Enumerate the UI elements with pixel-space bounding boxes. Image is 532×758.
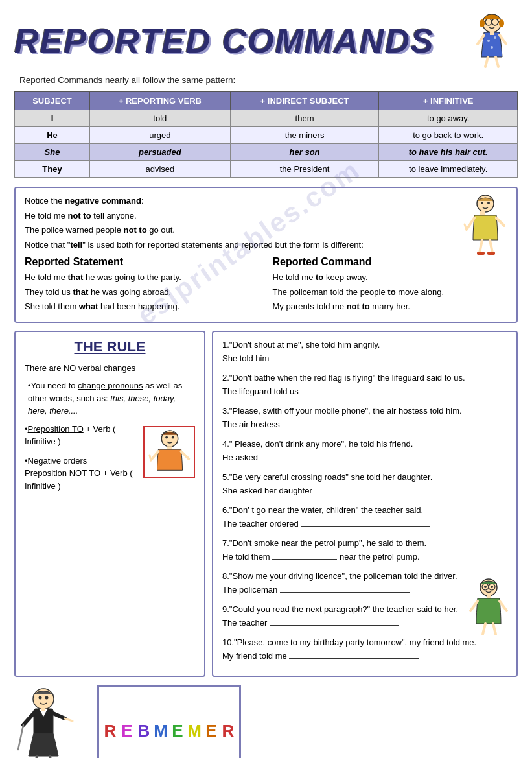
exercise-quote: 5."Be very careful crossing roads" she t…: [222, 471, 507, 484]
svg-rect-25: [477, 252, 485, 255]
exercise-starter: The policeman: [222, 584, 507, 597]
svg-point-35: [484, 586, 487, 588]
svg-rect-40: [487, 595, 491, 598]
exercises-panel: 1."Don't shout at me", she told him angr…: [212, 331, 518, 677]
svg-line-44: [493, 624, 496, 634]
svg-line-22: [496, 218, 504, 226]
exercise-blank[interactable]: [260, 451, 390, 460]
svg-line-52: [53, 713, 65, 718]
intro-text: Reported Commands nearly all follow the …: [19, 75, 518, 85]
exercise-blank[interactable]: [301, 517, 430, 527]
svg-line-51: [18, 725, 23, 750]
table-cell: told: [89, 110, 230, 127]
svg-line-33: [181, 451, 189, 459]
svg-rect-30: [167, 446, 172, 449]
exercise-item: 5."Be very careful crossing roads" she t…: [222, 471, 507, 497]
exercise-starter: He told them near the petrol pump.: [222, 551, 507, 563]
exercises-list: 1."Don't shout at me", she told him angr…: [222, 338, 507, 663]
svg-line-32: [150, 455, 151, 460]
exercise-starter: The teacher: [222, 617, 507, 630]
table-cell: I: [15, 110, 90, 127]
svg-line-31: [151, 451, 159, 460]
rule-title: THE RULE: [25, 338, 195, 355]
rule-bullet3: •Negative ordersPreposition NOT TO + Ver…: [25, 455, 138, 493]
two-col-notice: Reported Statement He told me that he wa…: [25, 256, 507, 315]
exercise-item: 3."Please, swith off your mobile phone",…: [222, 405, 507, 431]
exercise-blank[interactable]: [301, 385, 430, 394]
exercise-starter: She told him: [222, 352, 507, 365]
exercise-starter: He asked: [222, 451, 507, 464]
rc-line-2: The policeman told the people to move al…: [273, 286, 508, 299]
exercise-blank[interactable]: [280, 584, 410, 593]
svg-point-46: [39, 696, 42, 699]
notice-line-2: The police warned people not to go out.: [25, 224, 507, 237]
svg-point-9: [487, 40, 490, 42]
no-verbal-changes: NO verbal changes: [64, 363, 135, 373]
table-cell: persuaded: [89, 144, 230, 161]
svg-line-43: [483, 624, 485, 634]
exercise-blank[interactable]: [314, 484, 444, 493]
character-girl-blue-icon: [466, 12, 518, 70]
exercise-quote: 1."Don't shout at me", she told him angr…: [222, 338, 507, 351]
remember-section: R E M E M B E R: [14, 685, 205, 759]
table-cell: to go away.: [379, 110, 518, 127]
rc-line-3: My parents told me not to marry her.: [273, 300, 508, 313]
notice-side-character: [461, 195, 510, 272]
table-cell: to have his hair cut.: [379, 144, 518, 161]
rc-line-1: He told me to keep away.: [273, 271, 508, 284]
character-child-waving-icon: [461, 195, 510, 272]
rule-bullet2: •Preposition TO + Verb ( Infinitive ): [25, 423, 138, 448]
svg-point-28: [165, 436, 168, 438]
pattern-table: SUBJECT + REPORTING VERB + INDIRECT SUBJ…: [14, 91, 518, 178]
exercise-blank[interactable]: [283, 418, 412, 427]
svg-point-29: [172, 436, 174, 438]
exercise-item: 6."Don' t go near the water, children" t…: [222, 504, 507, 530]
notice-intro: Notice the negative command:: [25, 195, 507, 207]
exercise-blank[interactable]: [289, 650, 419, 659]
exercise-quote: 10."Please, come to my birthday party to…: [222, 636, 507, 649]
notice-line-1: He told me not to tell anyone.: [25, 209, 507, 222]
svg-line-14: [485, 57, 488, 67]
negative-command-label: negative command: [65, 196, 141, 206]
svg-rect-19: [480, 211, 485, 215]
bottom-section: THE RULE There are NO verbal changes •Yo…: [14, 331, 518, 677]
svg-rect-49: [41, 707, 45, 711]
svg-point-47: [45, 696, 49, 699]
exercise-item: 4." Please, don't drink any more", he to…: [222, 438, 507, 464]
teacher-character: [14, 685, 92, 759]
svg-line-23: [480, 240, 482, 253]
table-cell: the miners: [230, 127, 379, 144]
exercise-blank[interactable]: [270, 617, 399, 626]
table-cell: They: [15, 161, 90, 178]
svg-point-18: [487, 202, 490, 204]
exercise-side-character: [466, 578, 511, 637]
reported-statement-title: Reported Statement: [25, 256, 260, 268]
svg-line-24: [490, 240, 492, 253]
teacher-icon: [14, 685, 92, 759]
exercise-blank[interactable]: [272, 352, 401, 361]
table-cell: to leave immediately.: [379, 161, 518, 178]
character-orange-icon: [145, 427, 195, 478]
exercise-blank[interactable]: [272, 551, 337, 560]
page-title: REPORTED COMMANDS: [14, 24, 434, 58]
exercise-quote: 9."Could you read the next paragraph?" t…: [222, 603, 507, 616]
exercise-starter: The air hostess: [222, 418, 507, 431]
remember-label: R E M E M B E R: [97, 685, 241, 759]
table-cell: He: [15, 127, 90, 144]
exercise-item: 7."Don't smoke near the petrol pump", he…: [222, 537, 507, 563]
table-cell: to go back to work.: [379, 127, 518, 144]
character-green-dress-icon: [466, 578, 511, 637]
rs-line-2: They told us that he was going abroad.: [25, 286, 260, 299]
exercise-item: 1."Don't shout at me", she told him angr…: [222, 338, 507, 365]
notice-box: Notice the negative command: He told me …: [14, 187, 518, 323]
table-cell: advised: [89, 161, 230, 178]
exercise-quote: 3."Please, swith off your mobile phone",…: [222, 405, 507, 418]
col-infinitive: + INFINITIVE: [379, 92, 518, 110]
svg-line-21: [465, 224, 467, 230]
svg-point-6: [480, 19, 485, 27]
rule-bullet1: •You need to change pronouns as well as …: [28, 379, 195, 418]
exercise-starter: She asked her daughter: [222, 484, 507, 497]
rule-line1: There are NO verbal changes: [25, 362, 195, 375]
notice-line-3: Notice that "tell" is used both for repo…: [25, 239, 507, 252]
exercise-starter: The teacher ordered: [222, 517, 507, 530]
